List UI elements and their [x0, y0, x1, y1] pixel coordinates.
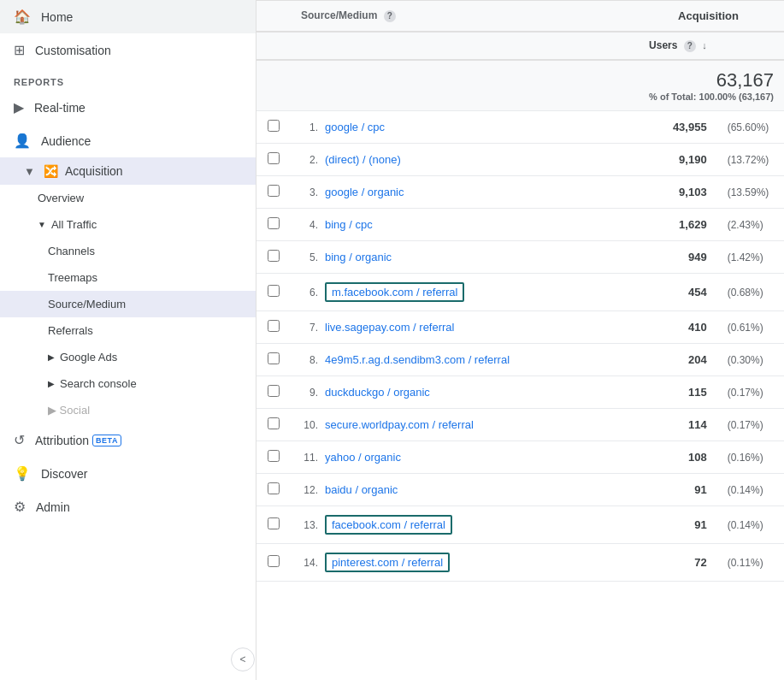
row-source-link[interactable]: baidu / organic — [325, 483, 398, 496]
th-checkbox-sub — [256, 32, 291, 60]
google-ads-label: Google Ads — [60, 351, 117, 364]
row-source-cell: 5.bing / organic — [291, 241, 633, 274]
table-row: 8.4e9m5.r.ag.d.sendibm3.com / referral20… — [256, 344, 784, 376]
row-source-cell: 10.secure.worldpay.com / referral — [291, 409, 633, 441]
row-checkbox[interactable] — [268, 320, 280, 332]
sidebar-item-channels[interactable]: Channels — [0, 238, 256, 264]
sidebar-item-google-ads[interactable]: ▶ Google Ads — [0, 344, 256, 370]
row-checkbox-cell — [256, 441, 291, 474]
row-checkbox[interactable] — [268, 185, 280, 197]
row-source-cell: 1.google / cpc — [291, 111, 633, 144]
sidebar-item-customisation[interactable]: ⊞ Customisation — [0, 33, 256, 67]
row-checkbox[interactable] — [268, 417, 280, 429]
row-checkbox[interactable] — [268, 152, 280, 164]
row-source-cell: 9.duckduckgo / organic — [291, 376, 633, 409]
audience-label: Audience — [41, 134, 91, 148]
sidebar-item-treemaps[interactable]: Treemaps — [0, 264, 256, 291]
row-source-link[interactable]: yahoo / organic — [325, 451, 401, 464]
users-info-icon[interactable]: ? — [684, 40, 696, 52]
total-users-value: 63,167 — [643, 69, 774, 92]
table-row: 9.duckduckgo / organic115(0.17%) — [256, 376, 784, 409]
sidebar-item-all-traffic[interactable]: ▼ All Traffic — [0, 211, 256, 238]
row-checkbox-cell — [256, 209, 291, 241]
collapse-icon: < — [239, 653, 245, 665]
channels-label: Channels — [48, 245, 95, 257]
th-users[interactable]: Users ? ↓ — [633, 32, 717, 60]
total-pct-value: % of Total: 100.00% (63,167) — [643, 92, 774, 102]
row-checkbox[interactable] — [268, 250, 280, 262]
row-checkbox[interactable] — [268, 482, 280, 494]
sidebar-collapse-button[interactable]: < — [231, 647, 255, 671]
row-checkbox[interactable] — [268, 385, 280, 397]
row-source-link[interactable]: google / organic — [325, 186, 404, 198]
row-number: 4. — [301, 219, 318, 231]
sidebar-item-admin[interactable]: ⚙ Admin — [0, 490, 256, 523]
admin-icon: ⚙ — [14, 499, 26, 515]
acquisition-icon: ▼ — [24, 165, 35, 178]
attribution-icon: ↺ — [14, 432, 25, 448]
data-table-container: Source/Medium ? Acquisition Users ? ↓ — [256, 0, 784, 582]
sidebar-item-referrals[interactable]: Referrals — [0, 317, 256, 344]
row-pct-cell: (0.14%) — [717, 474, 784, 506]
row-source-link[interactable]: google / cpc — [325, 121, 385, 133]
row-number: 1. — [301, 121, 318, 133]
sort-icon[interactable]: ↓ — [702, 40, 707, 50]
discover-label: Discover — [41, 467, 87, 481]
sidebar: 🏠 Home ⊞ Customisation REPORTS ▶ Real-ti… — [0, 0, 256, 680]
row-source-link[interactable]: 4e9m5.r.ag.d.sendibm3.com / referral — [325, 353, 510, 366]
sidebar-item-search-console[interactable]: ▶ Search console — [0, 370, 256, 397]
th-source-medium: Source/Medium ? — [291, 1, 633, 33]
attribution-label: Attribution — [35, 434, 89, 447]
row-number: 5. — [301, 251, 318, 263]
row-pct-cell: (0.11%) — [717, 544, 784, 582]
sidebar-item-realtime[interactable]: ▶ Real-time — [0, 91, 256, 124]
sidebar-item-source-medium[interactable]: Source/Medium — [0, 291, 256, 317]
row-number: 3. — [301, 186, 318, 198]
row-checkbox-cell — [256, 144, 291, 176]
row-pct-cell: (0.17%) — [717, 376, 784, 409]
row-pct-cell: (13.72%) — [717, 144, 784, 176]
row-checkbox-cell — [256, 311, 291, 344]
sidebar-item-home[interactable]: 🏠 Home — [0, 0, 256, 33]
row-checkbox-cell — [256, 176, 291, 209]
table-row: 5.bing / organic949(1.42%) — [256, 241, 784, 274]
row-users-cell: 949 — [633, 241, 717, 274]
row-checkbox[interactable] — [268, 120, 280, 132]
row-source-link[interactable]: live.sagepay.com / referral — [325, 321, 455, 334]
sidebar-item-audience[interactable]: 👤 Audience — [0, 124, 256, 157]
row-source-link[interactable]: bing / cpc — [325, 218, 373, 231]
overview-label: Overview — [38, 192, 84, 204]
sidebar-item-discover[interactable]: 💡 Discover — [0, 457, 256, 490]
row-checkbox[interactable] — [268, 555, 280, 567]
sidebar-item-attribution[interactable]: ↺ Attribution BETA — [0, 423, 256, 457]
row-source-link[interactable]: duckduckgo / organic — [325, 386, 430, 399]
row-source-link[interactable]: secure.worldpay.com / referral — [325, 418, 474, 431]
row-checkbox[interactable] — [268, 217, 280, 229]
table-row: 1.google / cpc43,955(65.60%) — [256, 111, 784, 144]
row-checkbox-cell — [256, 506, 291, 544]
row-source-link[interactable]: (direct) / (none) — [325, 153, 401, 166]
row-checkbox[interactable] — [268, 450, 280, 462]
sidebar-item-social[interactable]: ▶ Social — [0, 397, 256, 423]
row-source-link[interactable]: facebook.com / referral — [325, 515, 452, 535]
row-pct-cell: (65.60%) — [717, 111, 784, 144]
row-source-link[interactable]: pinterest.com / referral — [325, 553, 450, 572]
row-checkbox[interactable] — [268, 517, 280, 529]
row-source-link[interactable]: m.facebook.com / referral — [325, 282, 464, 302]
row-source-link[interactable]: bing / organic — [325, 251, 392, 263]
row-pct-cell: (13.59%) — [717, 176, 784, 209]
row-checkbox-cell — [256, 474, 291, 506]
realtime-icon: ▶ — [14, 99, 24, 115]
sidebar-item-overview[interactable]: Overview — [0, 185, 256, 211]
row-checkbox[interactable] — [268, 352, 280, 364]
row-source-cell: 2.(direct) / (none) — [291, 144, 633, 176]
row-users-cell: 115 — [633, 376, 717, 409]
row-checkbox[interactable] — [268, 285, 280, 297]
sidebar-item-acquisition[interactable]: ▼ 🔀 Acquisition — [0, 157, 256, 185]
row-users-cell: 1,629 — [633, 209, 717, 241]
row-number: 14. — [301, 557, 318, 569]
row-checkbox-cell — [256, 111, 291, 144]
admin-label: Admin — [36, 500, 70, 514]
source-medium-info-icon[interactable]: ? — [384, 10, 396, 22]
row-pct-cell: (0.30%) — [717, 344, 784, 376]
